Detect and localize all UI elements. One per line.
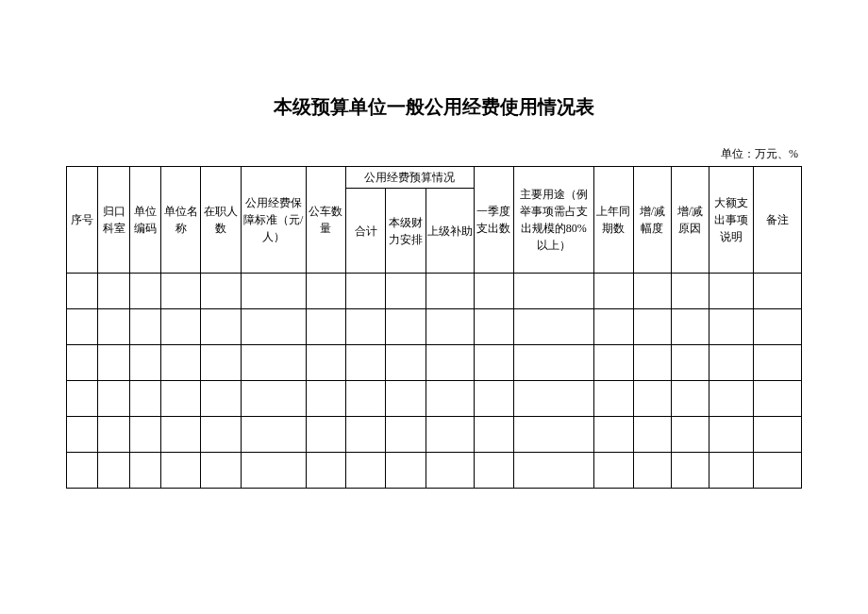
- cell-total: [345, 309, 385, 345]
- cell-upper: [426, 453, 474, 489]
- cell-q1: [474, 453, 513, 489]
- cell-local: [386, 309, 426, 345]
- cell-prev: [593, 309, 633, 345]
- header-dept: 归口科室: [98, 167, 129, 274]
- header-prev: 上年同期数: [593, 167, 633, 274]
- cell-range: [633, 381, 671, 417]
- cell-remark: [753, 274, 801, 309]
- cell-name: [161, 453, 201, 489]
- cell-standard: [241, 453, 306, 489]
- header-local: 本级财力安排: [386, 189, 426, 274]
- cell-reason: [671, 453, 709, 489]
- cell-dept: [98, 417, 129, 453]
- cell-local: [386, 274, 426, 309]
- cell-cars: [306, 381, 345, 417]
- cell-name: [161, 417, 201, 453]
- cell-large: [709, 274, 753, 309]
- cell-prev: [593, 381, 633, 417]
- cell-dept: [98, 309, 129, 345]
- cell-range: [633, 453, 671, 489]
- cell-reason: [671, 381, 709, 417]
- cell-q1: [474, 417, 513, 453]
- cell-large: [709, 309, 753, 345]
- table-row: [67, 274, 802, 309]
- cell-q1: [474, 274, 513, 309]
- cell-total: [345, 417, 385, 453]
- cell-usage: [513, 381, 593, 417]
- cell-local: [386, 453, 426, 489]
- cell-seq: [67, 309, 98, 345]
- cell-total: [345, 453, 385, 489]
- cell-staff: [201, 417, 241, 453]
- budget-table: 序号 归口科室 单位编码 单位名称 在职人数 公用经费保障标准（元/人） 公车数…: [66, 166, 802, 489]
- table-row: [67, 345, 802, 381]
- unit-label: 单位：万元、%: [66, 146, 802, 162]
- cell-staff: [201, 381, 241, 417]
- header-large: 大额支出事项说明: [709, 167, 753, 274]
- cell-q1: [474, 345, 513, 381]
- cell-dept: [98, 453, 129, 489]
- cell-large: [709, 345, 753, 381]
- table-row: [67, 453, 802, 489]
- header-name: 单位名称: [161, 167, 201, 274]
- cell-upper: [426, 309, 474, 345]
- cell-large: [709, 381, 753, 417]
- header-q1: 一季度支出数: [474, 167, 513, 274]
- cell-prev: [593, 345, 633, 381]
- cell-name: [161, 381, 201, 417]
- cell-code: [129, 381, 160, 417]
- cell-standard: [241, 274, 306, 309]
- cell-staff: [201, 309, 241, 345]
- cell-range: [633, 345, 671, 381]
- table-row: [67, 417, 802, 453]
- cell-code: [129, 345, 160, 381]
- cell-total: [345, 381, 385, 417]
- cell-q1: [474, 381, 513, 417]
- cell-range: [633, 309, 671, 345]
- cell-seq: [67, 417, 98, 453]
- cell-code: [129, 309, 160, 345]
- cell-staff: [201, 274, 241, 309]
- table-row: [67, 381, 802, 417]
- header-standard: 公用经费保障标准（元/人）: [241, 167, 306, 274]
- cell-large: [709, 453, 753, 489]
- cell-seq: [67, 381, 98, 417]
- cell-large: [709, 417, 753, 453]
- cell-standard: [241, 381, 306, 417]
- cell-dept: [98, 345, 129, 381]
- cell-cars: [306, 345, 345, 381]
- cell-usage: [513, 345, 593, 381]
- cell-prev: [593, 417, 633, 453]
- header-remark: 备注: [753, 167, 801, 274]
- cell-local: [386, 381, 426, 417]
- header-usage: 主要用途（例举事项需占支出规模的80%以上）: [513, 167, 593, 274]
- cell-cars: [306, 309, 345, 345]
- cell-seq: [67, 453, 98, 489]
- header-range: 增/减幅度: [633, 167, 671, 274]
- header-budget-group: 公用经费预算情况: [345, 167, 474, 189]
- cell-seq: [67, 345, 98, 381]
- cell-remark: [753, 309, 801, 345]
- cell-upper: [426, 417, 474, 453]
- cell-reason: [671, 345, 709, 381]
- header-cars: 公车数量: [306, 167, 345, 274]
- cell-usage: [513, 274, 593, 309]
- cell-upper: [426, 274, 474, 309]
- cell-code: [129, 417, 160, 453]
- cell-q1: [474, 309, 513, 345]
- cell-usage: [513, 309, 593, 345]
- cell-remark: [753, 453, 801, 489]
- cell-total: [345, 345, 385, 381]
- cell-name: [161, 274, 201, 309]
- header-code: 单位编码: [129, 167, 160, 274]
- cell-name: [161, 345, 201, 381]
- page-title: 本级预算单位一般公用经费使用情况表: [66, 94, 802, 120]
- cell-standard: [241, 345, 306, 381]
- cell-staff: [201, 345, 241, 381]
- table-body: [67, 274, 802, 489]
- cell-reason: [671, 274, 709, 309]
- cell-upper: [426, 345, 474, 381]
- header-upper: 上级补助: [426, 189, 474, 274]
- cell-dept: [98, 274, 129, 309]
- cell-reason: [671, 417, 709, 453]
